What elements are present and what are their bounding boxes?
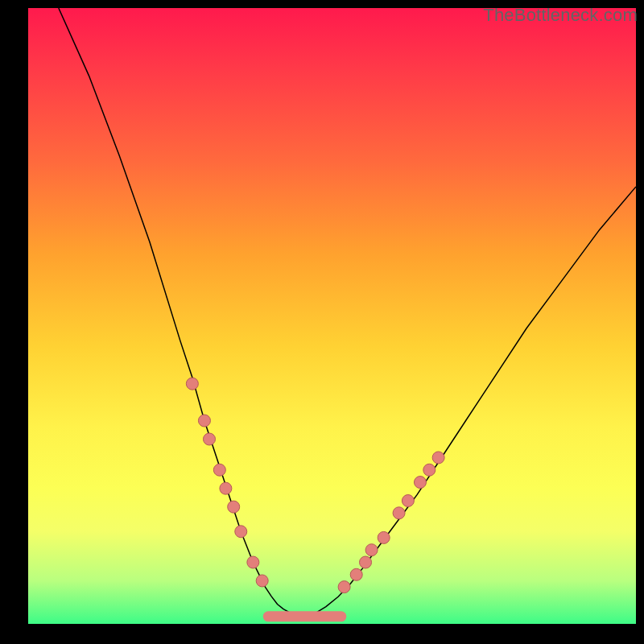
data-dot (338, 581, 350, 593)
data-dot (220, 482, 232, 494)
curve (59, 8, 636, 617)
data-dot (402, 495, 414, 507)
data-dot (378, 531, 390, 543)
frame-right (636, 0, 644, 644)
data-dot (393, 507, 405, 519)
data-dot (228, 501, 240, 513)
data-dot (414, 477, 426, 489)
plot-area (28, 8, 636, 624)
data-dot (213, 464, 225, 476)
chart-stage: TheBottleneck.com (0, 0, 644, 644)
data-dot (198, 415, 210, 427)
data-dot (235, 526, 247, 538)
watermark-text: TheBottleneck.com (483, 5, 638, 26)
data-dot (247, 556, 259, 568)
data-dot (423, 464, 436, 476)
frame-bottom (0, 624, 644, 644)
data-dot (365, 544, 378, 556)
data-dot (256, 575, 268, 587)
data-dot (432, 452, 444, 464)
data-dot (186, 378, 198, 390)
data-dot (350, 568, 362, 580)
frame-left (0, 0, 28, 644)
plot-svg (28, 8, 636, 624)
data-dot (203, 433, 215, 445)
data-dots (186, 378, 444, 592)
data-dot (360, 556, 372, 568)
